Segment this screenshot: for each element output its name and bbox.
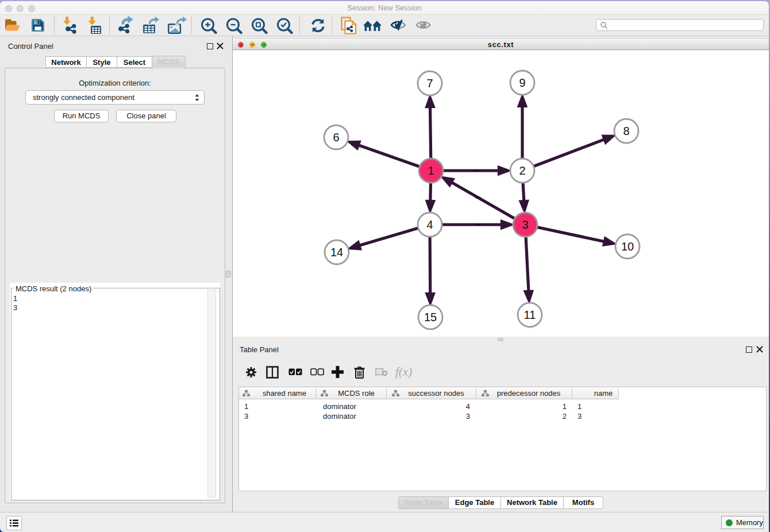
svg-text:name: name bbox=[594, 389, 613, 398]
svg-text:14: 14 bbox=[330, 246, 343, 259]
svg-text:successor nodes: successor nodes bbox=[408, 389, 464, 398]
svg-text:9: 9 bbox=[519, 76, 525, 89]
svg-text:2: 2 bbox=[519, 164, 525, 177]
svg-text:MCDS role: MCDS role bbox=[338, 389, 375, 398]
svg-text:11: 11 bbox=[524, 309, 536, 321]
svg-text:6: 6 bbox=[333, 131, 339, 144]
svg-text:7: 7 bbox=[426, 77, 433, 90]
svg-text:4: 4 bbox=[426, 218, 433, 231]
svg-text:predecessor nodes: predecessor nodes bbox=[497, 389, 561, 398]
svg-text:shared name: shared name bbox=[263, 389, 306, 398]
svg-text:1: 1 bbox=[428, 164, 434, 177]
svg-text:3: 3 bbox=[522, 218, 528, 231]
svg-text:10: 10 bbox=[621, 240, 634, 253]
svg-text:15: 15 bbox=[424, 311, 437, 323]
svg-text:8: 8 bbox=[623, 125, 629, 137]
